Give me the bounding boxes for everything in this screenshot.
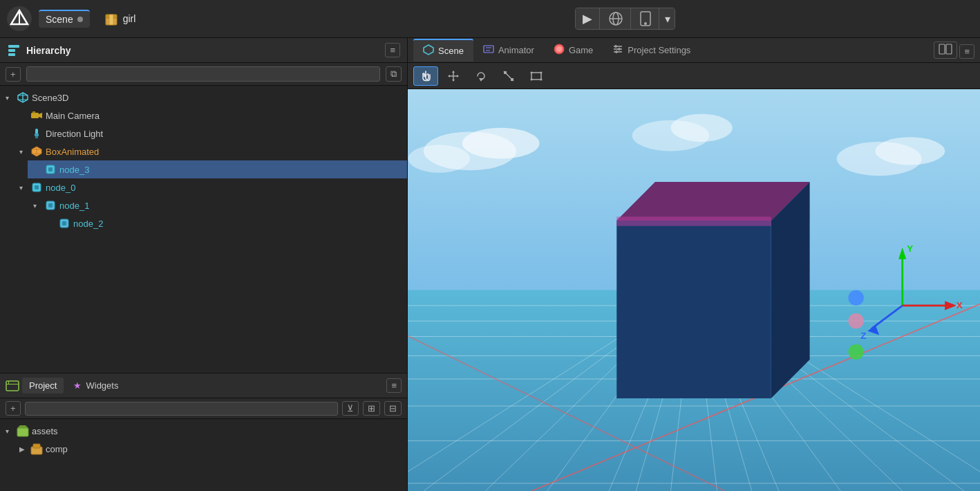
tool-scale-button[interactable] — [496, 66, 521, 86]
tab-project-settings[interactable]: Project Settings — [603, 39, 700, 61]
tree-arrow-assets: ▾ — [6, 427, 14, 435]
viewport-layout-button[interactable] — [934, 41, 957, 59]
hierarchy-copy-button[interactable]: ⧉ — [386, 66, 402, 82]
main-camera-label: Main Camera — [46, 111, 100, 121]
svg-point-119 — [848, 290, 863, 306]
scene-viewport[interactable]: Y X Z — [408, 89, 980, 491]
tab-scene-label: Scene — [438, 46, 464, 56]
tab-animator[interactable]: Animator — [473, 39, 544, 61]
girl-tab[interactable]: girl — [97, 8, 143, 29]
svg-rect-5 — [109, 15, 113, 25]
global-button[interactable] — [601, 8, 631, 29]
svg-marker-19 — [39, 113, 42, 118]
hierarchy-search-input[interactable] — [26, 66, 380, 82]
svg-point-52 — [615, 46, 617, 48]
top-bar-left: Scene girl — [0, 6, 408, 31]
animator-tab-icon — [483, 44, 494, 57]
tree-arrow-comp: ▶ — [19, 445, 28, 453]
list-item[interactable]: ▾ BoxAnimated — [14, 142, 407, 160]
tab-project[interactable]: Project — [22, 378, 64, 393]
tab-widgets[interactable]: ★ Widgets — [66, 378, 125, 393]
svg-rect-36 — [6, 381, 19, 391]
tree-arrow-node1: ▾ — [33, 202, 41, 210]
viewport-tab-bar: Scene Animator — [408, 38, 980, 63]
tree-arrow-box: ▾ — [19, 148, 28, 156]
svg-marker-60 — [452, 80, 455, 82]
svg-marker-40 — [17, 425, 28, 428]
viewport-menu-button[interactable]: ≡ — [959, 44, 974, 59]
list-item[interactable]: node_3 — [28, 160, 407, 178]
scene3d-icon — [17, 91, 29, 104]
svg-rect-66 — [504, 71, 507, 74]
node3-label: node_3 — [59, 165, 89, 175]
svg-marker-62 — [457, 75, 459, 77]
svg-point-10 — [644, 23, 646, 24]
svg-rect-33 — [48, 203, 53, 207]
tool-move-button[interactable] — [441, 66, 466, 86]
svg-rect-56 — [946, 44, 952, 54]
tool-rotate-button[interactable] — [469, 66, 493, 86]
tree-arrow-scene3d: ▾ — [6, 94, 14, 102]
svg-point-53 — [619, 48, 621, 50]
tool-hand-button[interactable] — [413, 66, 438, 86]
svg-point-121 — [848, 344, 863, 360]
list-item[interactable]: ▾ node_1 — [28, 196, 407, 214]
svg-point-75 — [408, 145, 470, 172]
tab-project-label: Project — [29, 380, 57, 391]
right-panel: Scene Animator — [408, 38, 980, 491]
node1-label: node_1 — [59, 201, 89, 211]
hierarchy-add-button[interactable]: + — [6, 67, 21, 82]
tab-scene[interactable]: Scene — [413, 39, 473, 62]
camera-icon — [30, 109, 43, 122]
svg-rect-12 — [8, 49, 15, 52]
svg-rect-39 — [17, 428, 28, 436]
comp-icon — [30, 443, 43, 455]
list-item[interactable]: ▶ comp — [14, 440, 407, 458]
box-animated-label: BoxAnimated — [46, 147, 99, 157]
hierarchy-panel: Hierarchy ≡ + ⧉ ▾ — [0, 38, 407, 373]
game-tab-icon — [554, 44, 565, 57]
tool-rect-button[interactable] — [524, 66, 549, 86]
play-button[interactable]: ▶ — [576, 8, 600, 29]
project-menu-button[interactable]: ≡ — [386, 378, 402, 393]
svg-rect-55 — [939, 44, 945, 54]
project-search-input[interactable] — [25, 402, 338, 416]
project-compress-button[interactable]: ⊟ — [384, 401, 402, 416]
project-add-button[interactable]: + — [6, 401, 21, 416]
hierarchy-menu: ≡ — [385, 43, 400, 57]
svg-marker-63 — [479, 78, 483, 82]
project-filter-button[interactable]: ⊻ — [342, 401, 359, 416]
list-item[interactable]: node_2 — [41, 214, 407, 232]
svg-text:Z: Z — [860, 331, 866, 341]
tab-game[interactable]: Game — [544, 39, 603, 61]
project-columns-button[interactable]: ⊞ — [363, 401, 380, 416]
project-panel: Project ★ Widgets ≡ + ⊻ ⊞ ⊟ — [0, 373, 407, 491]
svg-marker-105 — [616, 221, 771, 398]
hierarchy-menu-button[interactable]: ≡ — [385, 43, 400, 57]
project-tree: ▾ assets ▶ — [0, 419, 407, 491]
svg-rect-44 — [484, 46, 493, 53]
svg-point-54 — [616, 51, 618, 53]
scene-tab[interactable]: Scene — [39, 10, 90, 28]
list-item[interactable]: ▾ Scene3D — [0, 89, 407, 106]
mobile-button[interactable] — [632, 8, 659, 29]
svg-rect-65 — [511, 78, 513, 81]
node2-icon — [58, 217, 70, 230]
svg-point-120 — [848, 313, 863, 328]
assets-icon — [17, 425, 29, 437]
settings-tab-icon — [612, 44, 623, 57]
svg-point-74 — [462, 128, 540, 159]
list-item[interactable]: ▾ assets — [0, 422, 407, 440]
list-item[interactable]: Main Camera — [14, 106, 407, 124]
dropdown-button[interactable]: ▾ — [661, 8, 675, 29]
svg-text:Y: Y — [907, 243, 913, 254]
list-item[interactable]: Direction Light — [14, 124, 407, 142]
tab-project-settings-label: Project Settings — [628, 45, 690, 55]
svg-point-70 — [531, 78, 533, 80]
hierarchy-search-bar: + ⧉ — [0, 63, 407, 86]
svg-rect-42 — [33, 444, 40, 448]
tab-game-label: Game — [569, 45, 593, 55]
list-item[interactable]: ▾ node_0 — [14, 178, 407, 196]
scene-tab-label: Scene — [46, 14, 73, 25]
hierarchy-title: Hierarchy — [26, 45, 71, 56]
